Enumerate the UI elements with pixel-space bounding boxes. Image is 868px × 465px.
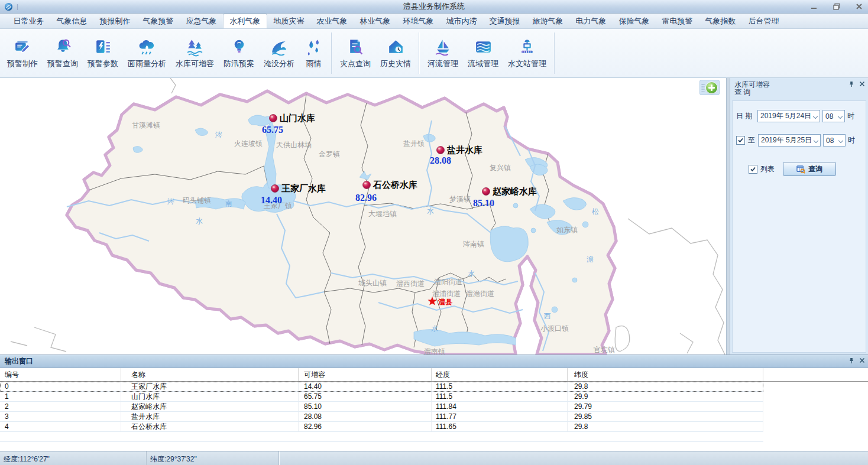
river-label: 涔 bbox=[215, 131, 222, 139]
query-form: 日 期 2019年 5月24日 08 时 至 bbox=[732, 100, 866, 353]
date-to-select[interactable]: 2019年 5月25日 bbox=[758, 134, 821, 147]
pin-icon[interactable] bbox=[848, 81, 854, 87]
river-label: 涔 bbox=[167, 197, 174, 206]
town-label: 小渡口镇 bbox=[540, 324, 569, 333]
disaster-history-icon bbox=[386, 37, 406, 57]
reservoir-value: 28.08 bbox=[430, 155, 451, 165]
table-cell: 王家厂水库 bbox=[121, 382, 299, 391]
hour-to-select[interactable]: 08 bbox=[823, 134, 846, 147]
restore-icon[interactable] bbox=[833, 3, 841, 10]
table-row[interactable]: 4石公桥水库82.96111.6529.8 bbox=[0, 422, 763, 432]
menu-item-9[interactable]: 环境气象 bbox=[397, 14, 440, 28]
table-cell: 111.65 bbox=[432, 422, 568, 431]
toolbar: 预警制作预警查询预警参数面雨量分析水库可增容防汛预案淹没分析雨情灾点查询历史灾情… bbox=[0, 29, 868, 78]
river-manage-icon bbox=[433, 37, 453, 57]
toolbar-label: 河流管理 bbox=[427, 58, 458, 69]
column-header[interactable]: 名称 bbox=[121, 368, 299, 381]
pin-icon[interactable] bbox=[848, 357, 854, 364]
menu-item-10[interactable]: 城市内涝 bbox=[440, 14, 483, 28]
toolbar-rain-analysis[interactable]: 面雨量分析 bbox=[123, 37, 171, 69]
close-icon[interactable] bbox=[855, 3, 863, 10]
title-bar: | 澧县业务制作系统 bbox=[0, 0, 868, 14]
hydro-station-icon bbox=[517, 37, 537, 57]
query-button[interactable]: 查询 bbox=[783, 162, 836, 176]
toolbar-warn-params[interactable]: 预警参数 bbox=[83, 37, 123, 69]
menu-item-8[interactable]: 林业气象 bbox=[354, 14, 397, 28]
toolbar-basin-manage[interactable]: 流域管理 bbox=[463, 37, 503, 69]
column-header[interactable]: 纬度 bbox=[568, 368, 763, 381]
table-row[interactable]: 3盐井水库28.08111.7729.85 bbox=[0, 412, 763, 422]
town-label: 涔南镇 bbox=[462, 240, 484, 248]
close-icon[interactable] bbox=[859, 357, 865, 364]
toolbar-label: 历史灾情 bbox=[380, 58, 411, 69]
column-header[interactable]: 编号 bbox=[0, 368, 121, 381]
menu-item-4[interactable]: 应急气象 bbox=[180, 14, 223, 28]
table-cell: 29.85 bbox=[568, 412, 763, 421]
menu-item-12[interactable]: 旅游气象 bbox=[526, 14, 569, 28]
toolbar-warn-make[interactable]: 预警制作 bbox=[2, 37, 43, 69]
toolbar-warn-query[interactable]: 预警查询 bbox=[43, 37, 83, 69]
date-from-select[interactable]: 2019年 5月24日 bbox=[757, 110, 820, 122]
drag-handle-icon[interactable] bbox=[701, 83, 705, 92]
toolbar-label: 防汛预案 bbox=[224, 58, 254, 69]
date-label: 日 期 bbox=[736, 111, 757, 121]
hour-from-select[interactable]: 08 bbox=[822, 110, 845, 122]
menu-item-1[interactable]: 气象信息 bbox=[50, 14, 93, 28]
town-label: 澧澹街道 bbox=[466, 290, 494, 298]
panel-splitter[interactable] bbox=[726, 78, 730, 355]
menu-item-0[interactable]: 日常业务 bbox=[7, 14, 50, 28]
submerge-analysis-icon bbox=[270, 37, 289, 57]
column-header[interactable]: 经度 bbox=[432, 368, 568, 381]
panel-title: 水库可增容 查 询 bbox=[730, 78, 868, 96]
to-checkbox[interactable] bbox=[736, 136, 745, 145]
menu-item-16[interactable]: 气象指数 bbox=[699, 14, 742, 28]
empty-table-row bbox=[0, 432, 763, 442]
minimize-icon[interactable] bbox=[810, 3, 818, 10]
table-cell: 82.96 bbox=[299, 422, 432, 431]
table-cell: 盐井水库 bbox=[121, 412, 299, 421]
menu-item-17[interactable]: 后台管理 bbox=[742, 14, 785, 28]
output-window: 输出窗口 编号名称可增容经度纬度0王家厂水库14.40111.529.81山门水… bbox=[0, 355, 868, 451]
toolbar-river-manage[interactable]: 河流管理 bbox=[423, 37, 463, 69]
menu-item-13[interactable]: 电力气象 bbox=[569, 14, 613, 28]
marker-highlight bbox=[438, 148, 441, 149]
list-checkbox[interactable] bbox=[749, 165, 757, 174]
disaster-query-icon bbox=[346, 37, 365, 57]
table-row[interactable]: 1山门水库65.75111.529.9 bbox=[0, 392, 763, 402]
chevron-down-icon bbox=[838, 138, 843, 143]
close-icon[interactable] bbox=[859, 81, 865, 87]
toolbar-submerge-analysis[interactable]: 淹没分析 bbox=[259, 37, 299, 69]
toolbar-reservoir-capacity[interactable]: 水库可增容 bbox=[171, 37, 219, 69]
toolbar-disaster-query[interactable]: 灾点查询 bbox=[335, 37, 375, 69]
green-plus-icon[interactable] bbox=[706, 82, 717, 93]
toolbar-label: 雨情 bbox=[306, 58, 322, 69]
toolbar-rain-info[interactable]: 雨情 bbox=[299, 37, 328, 69]
table-cell: 29.8 bbox=[568, 382, 763, 391]
table-row[interactable]: 0王家厂水库14.40111.529.8 bbox=[0, 382, 763, 392]
menu-item-3[interactable]: 气象预警 bbox=[137, 14, 180, 28]
toolbar-flood-plan[interactable]: 防汛预案 bbox=[219, 37, 259, 69]
table-cell: 111.5 bbox=[432, 392, 568, 401]
menu-item-11[interactable]: 交通预报 bbox=[483, 14, 526, 28]
toolbar-label: 预警查询 bbox=[47, 58, 78, 69]
river-label: 水 bbox=[468, 269, 475, 278]
menu-item-6[interactable]: 地质灾害 bbox=[267, 14, 310, 28]
menu-item-14[interactable]: 保险气象 bbox=[613, 14, 656, 28]
empty-table-row bbox=[0, 442, 763, 451]
toolbar-label: 灾点查询 bbox=[340, 58, 371, 69]
map-area[interactable]: 甘溪滩镇火连坡镇天供山林场金罗镇盐井镇复兴镇码头铺镇王家厂镇梦溪镇大堰垱镇涔南镇… bbox=[0, 78, 726, 355]
menu-item-15[interactable]: 雷电预警 bbox=[656, 14, 699, 28]
menu-item-7[interactable]: 农业气象 bbox=[310, 14, 354, 28]
town-label: 澧浦街道 bbox=[432, 290, 461, 298]
table-row[interactable]: 2赵家峪水库85.10111.8429.79 bbox=[0, 402, 763, 412]
menu-item-2[interactable]: 预报制作 bbox=[93, 14, 137, 28]
toolbar-disaster-history[interactable]: 历史灾情 bbox=[375, 37, 416, 69]
column-header[interactable]: 可增容 bbox=[299, 368, 432, 381]
warn-make-icon bbox=[13, 37, 33, 57]
table-cell: 29.9 bbox=[568, 392, 763, 401]
toolbar-hydro-station[interactable]: 水文站管理 bbox=[503, 37, 551, 69]
town-label: 甘溪滩镇 bbox=[132, 121, 160, 129]
menu-item-5[interactable]: 水利气象 bbox=[223, 14, 267, 28]
toolbar-label: 水文站管理 bbox=[508, 58, 546, 69]
reservoir-name: 山门水库 bbox=[280, 113, 315, 123]
